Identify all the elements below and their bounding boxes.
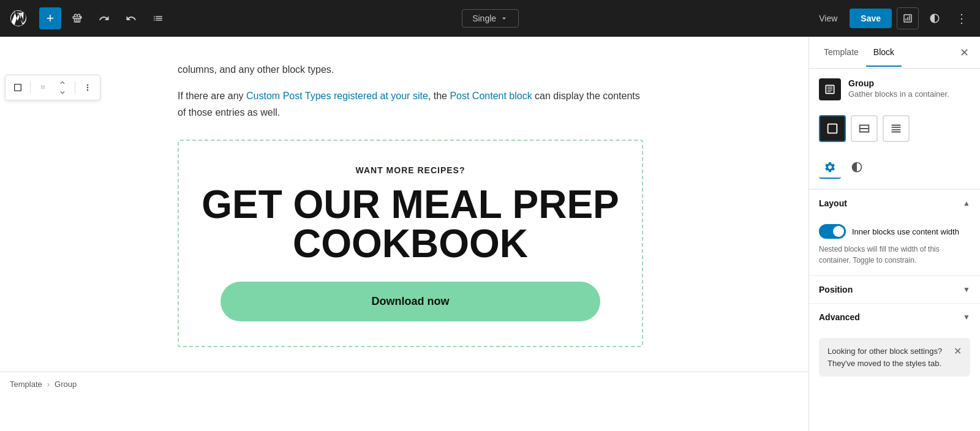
position-section-header[interactable]: Position ▼: [809, 275, 980, 303]
right-panel: Template Block ✕ Group Gather blocks in …: [809, 37, 980, 431]
layout-section-header[interactable]: Layout ▲: [809, 189, 980, 217]
promo-subtitle: WANT MORE RECIPES?: [191, 165, 630, 175]
layout-chevron-up: ▲: [963, 199, 970, 208]
list-view-button[interactable]: [147, 7, 169, 29]
position-chevron-down: ▼: [963, 285, 970, 294]
settings-icons: [809, 152, 980, 189]
view-button[interactable]: View: [812, 10, 845, 27]
more-options-button[interactable]: ⋮: [951, 7, 973, 29]
style-btn-group[interactable]: [819, 115, 846, 142]
toast-text: Looking for other block settings? They'v…: [827, 345, 949, 369]
main-area: columns, and any other block types. If t…: [0, 37, 980, 431]
editor-area: columns, and any other block types. If t…: [0, 37, 809, 431]
toolbar-center: Single: [174, 9, 807, 28]
block-info: Group Gather blocks in a container.: [809, 69, 980, 110]
toolbar-divider-2: [75, 81, 75, 94]
post-content-link[interactable]: Post Content block: [450, 91, 532, 101]
block-tb-move-up[interactable]: [54, 78, 71, 88]
toast-close-button[interactable]: ✕: [954, 345, 962, 357]
breadcrumb-group[interactable]: Group: [55, 380, 77, 389]
block-toolbar-overlay: [5, 75, 100, 100]
block-desc: Gather blocks in a container.: [848, 89, 949, 99]
contrast-button[interactable]: [924, 7, 946, 29]
paragraph-1: columns, and any other block types.: [178, 61, 643, 78]
settings-general-btn[interactable]: [819, 157, 841, 179]
editor-content: columns, and any other block types. If t…: [129, 37, 680, 372]
wp-logo: [7, 7, 29, 29]
block-tb-drag[interactable]: [34, 79, 51, 96]
block-styles: [809, 110, 980, 152]
layout-section-title: Layout: [819, 198, 847, 208]
top-toolbar: + Single View Save ⋮: [0, 0, 980, 37]
toggle-knob: [833, 226, 844, 237]
advanced-chevron-down: ▼: [963, 313, 970, 321]
single-dropdown[interactable]: Single: [462, 9, 519, 28]
toolbar-divider-1: [30, 81, 31, 94]
custom-post-types-link[interactable]: Custom Post Types registered at your sit…: [246, 91, 428, 101]
breadcrumb-separator: ›: [47, 380, 50, 389]
block-info-text: Group Gather blocks in a container.: [848, 78, 949, 99]
advanced-section-title: Advanced: [819, 312, 860, 322]
promo-section: WANT MORE RECIPES? GET OUR MEAL PREP COO…: [178, 140, 643, 347]
panel-tabs: Template Block ✕: [809, 37, 980, 69]
settings-contrast-btn[interactable]: [846, 157, 868, 179]
toast-notification: Looking for other block settings? They'v…: [819, 338, 970, 377]
status-bar: Template › Group: [0, 372, 809, 396]
group-block-icon: [819, 78, 841, 100]
download-now-button[interactable]: Download now: [221, 282, 600, 321]
tools-button[interactable]: [66, 7, 88, 29]
breadcrumb-template[interactable]: Template: [10, 380, 42, 389]
block-name: Group: [848, 78, 949, 88]
style-btn-row[interactable]: [851, 115, 878, 142]
toggle-row: Inner blocks use content width: [819, 224, 970, 239]
tab-block[interactable]: Block: [866, 39, 902, 67]
panel-body: Group Gather blocks in a container.: [809, 69, 980, 431]
paragraph-2: If there are any Custom Post Types regis…: [178, 88, 643, 121]
advanced-section-header[interactable]: Advanced ▼: [809, 303, 980, 331]
position-section-title: Position: [819, 285, 853, 294]
layout-content: Inner blocks use content width Nested bl…: [809, 217, 980, 275]
toggle-desc: Nested blocks will fill the width of thi…: [819, 244, 970, 266]
undo-button[interactable]: [93, 7, 115, 29]
toolbar-right: View Save ⋮: [812, 7, 973, 29]
toggle-label: Inner blocks use content width: [852, 227, 959, 236]
inner-blocks-toggle[interactable]: [819, 224, 846, 239]
block-tb-move-down[interactable]: [54, 88, 71, 97]
tab-template[interactable]: Template: [816, 39, 866, 67]
layout-toggle-button[interactable]: [897, 7, 919, 29]
style-btn-stack[interactable]: [883, 115, 910, 142]
block-tb-more[interactable]: [79, 79, 96, 96]
block-tb-parent[interactable]: [9, 79, 26, 96]
panel-close-button[interactable]: ✕: [956, 44, 973, 61]
redo-button[interactable]: [120, 7, 142, 29]
add-block-button[interactable]: +: [39, 7, 61, 29]
promo-title: GET OUR MEAL PREP COOKBOOK: [191, 185, 630, 263]
save-button[interactable]: Save: [850, 9, 892, 28]
